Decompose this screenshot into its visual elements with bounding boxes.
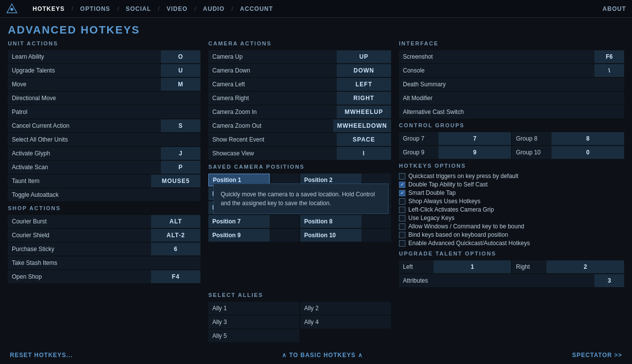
opt-windows-key[interactable]: Allow Windows / Command key to be bound (399, 223, 624, 230)
cam-right[interactable]: Camera Right RIGHT (208, 92, 391, 105)
ally-2[interactable]: Ally 2 (300, 302, 391, 315)
talent-attr-key[interactable]: 3 (594, 274, 624, 287)
hotkey-key[interactable]: O (161, 50, 200, 63)
hotkey-courier-burst[interactable]: Courier Burst ALT (8, 215, 200, 228)
hotkey-key[interactable] (161, 92, 200, 105)
cam-key[interactable]: UP (337, 50, 391, 63)
saved-pos-7-label[interactable]: Position 7 (208, 215, 270, 228)
hotkey-purchase-sticky[interactable]: Purchase Sticky 6 (8, 243, 200, 255)
iface-key[interactable]: F6 (594, 50, 624, 63)
ally-4[interactable]: Ally 4 (300, 316, 391, 328)
nav-options[interactable]: OPTIONS (73, 5, 117, 12)
hotkey-key[interactable]: ALT (151, 215, 200, 228)
ctrl-group-8[interactable]: Group 8 8 (512, 132, 624, 145)
hotkey-key[interactable]: P (161, 161, 200, 174)
iface-key[interactable] (594, 78, 624, 91)
nav-video[interactable]: VIDEO (159, 5, 194, 12)
ally-4-key[interactable] (361, 316, 391, 328)
saved-pos-8[interactable]: Position 8 (300, 215, 391, 228)
opt-advanced-quickcast[interactable]: Enable Advanced Quickcast/Autocast Hotke… (399, 240, 624, 247)
cam-zoom-out[interactable]: Camera Zoom Out MWHEELDOWN (208, 119, 391, 132)
iface-alt-modifier[interactable]: Alt Modifier (399, 92, 624, 105)
hotkey-key[interactable]: J (161, 147, 200, 160)
hotkey-directional-move[interactable]: Directional Move (8, 92, 200, 105)
saved-pos-10-key[interactable] (361, 229, 391, 242)
cam-key[interactable]: I (337, 147, 391, 160)
opt-double-tap-checkbox[interactable] (399, 182, 405, 188)
ctrl-key[interactable]: 7 (438, 132, 511, 145)
cam-key[interactable]: SPACE (337, 133, 391, 146)
hotkey-key[interactable]: 6 (151, 243, 200, 255)
hotkey-patrol[interactable]: Patrol (8, 106, 200, 118)
ally-5[interactable]: Ally 5 (208, 329, 299, 342)
iface-console[interactable]: Console \ (399, 64, 624, 77)
opt-advanced-quickcast-checkbox[interactable] (399, 240, 405, 247)
opt-windows-key-checkbox[interactable] (399, 223, 405, 230)
iface-key[interactable] (594, 106, 624, 118)
saved-pos-8-label[interactable]: Position 8 (300, 215, 361, 228)
iface-alt-cast[interactable]: Alternative Cast Switch (399, 106, 624, 118)
hotkey-key[interactable] (151, 188, 200, 201)
talent-left[interactable]: Left 1 (399, 260, 511, 273)
basic-hotkeys-link[interactable]: ∧ TO BASIC HOTKEYS ∧ (282, 352, 362, 359)
cam-key[interactable]: DOWN (337, 64, 391, 77)
hotkey-toggle-autoattack[interactable]: Toggle Autoattack (8, 188, 200, 201)
iface-key[interactable] (594, 92, 624, 105)
nav-about[interactable]: ABOUT (602, 5, 626, 12)
nav-audio[interactable]: AUDIO (196, 5, 232, 12)
iface-key[interactable]: \ (594, 64, 624, 77)
hotkey-key[interactable]: F4 (151, 270, 200, 283)
hotkey-learn-ability[interactable]: Learn Ability O (8, 50, 200, 63)
cam-key[interactable]: MWHEELUP (337, 106, 391, 118)
cam-showcase[interactable]: Showcase View I (208, 147, 391, 160)
saved-pos-8-key[interactable] (361, 215, 391, 228)
ally-1[interactable]: Ally 1 (208, 302, 299, 315)
hotkey-key[interactable] (161, 133, 200, 146)
cam-recent-event[interactable]: Show Recent Event SPACE (208, 133, 391, 146)
ctrl-group-9[interactable]: Group 9 9 (399, 146, 511, 159)
talent-left-key[interactable]: 1 (434, 260, 511, 273)
saved-pos-9-key[interactable] (270, 229, 299, 242)
hotkey-taunt-item[interactable]: Taunt Item MOUSE5 (8, 175, 200, 187)
talent-attributes[interactable]: Attributes 3 (399, 274, 624, 287)
opt-quickcast[interactable]: Quickcast triggers on key press by defau… (399, 173, 624, 180)
ctrl-key[interactable]: 9 (438, 146, 511, 159)
nav-hotkeys[interactable]: HOTKEYS (26, 5, 72, 12)
cam-left[interactable]: Camera Left LEFT (208, 78, 391, 91)
cam-down[interactable]: Camera Down DOWN (208, 64, 391, 77)
saved-pos-10-label[interactable]: Position 10 (300, 229, 361, 242)
reset-hotkeys-link[interactable]: RESET HOTKEYS... (10, 352, 73, 359)
hotkey-activate-glyph[interactable]: Activate Glyph J (8, 147, 200, 160)
cam-up[interactable]: Camera Up UP (208, 50, 391, 63)
ctrl-key[interactable]: 0 (552, 146, 624, 159)
talent-right[interactable]: Right 2 (512, 260, 624, 273)
nav-account[interactable]: ACCOUNT (233, 5, 280, 12)
opt-shop-hotkeys[interactable]: Shop Always Uses Hotkeys (399, 198, 624, 205)
hotkey-key[interactable] (161, 106, 200, 118)
ally-3-key[interactable] (270, 316, 299, 328)
opt-legacy-checkbox[interactable] (399, 215, 405, 221)
opt-smart-double[interactable]: Smart Double Tap (399, 189, 624, 196)
hotkey-move[interactable]: Move M (8, 78, 200, 91)
hotkey-courier-shield[interactable]: Courier Shield ALT-2 (8, 229, 200, 242)
ctrl-group-7[interactable]: Group 7 7 (399, 132, 511, 145)
opt-bind-position[interactable]: Bind keys based on keyboard position (399, 231, 624, 238)
nav-social[interactable]: SOCIAL (119, 5, 158, 12)
opt-shop-hotkeys-checkbox[interactable] (399, 198, 405, 205)
opt-double-tap[interactable]: Double Tap Ability to Self Cast (399, 181, 624, 188)
cam-key[interactable]: RIGHT (337, 92, 391, 105)
saved-pos-9-label[interactable]: Position 9 (208, 229, 270, 242)
opt-left-click[interactable]: Left-Click Activates Camera Grip (399, 206, 624, 213)
iface-death-summary[interactable]: Death Summary (399, 78, 624, 91)
opt-quickcast-checkbox[interactable] (399, 173, 405, 180)
saved-pos-7-key[interactable] (270, 215, 299, 228)
saved-pos-10[interactable]: Position 10 (300, 229, 391, 242)
cam-key[interactable]: LEFT (337, 78, 391, 91)
iface-screenshot[interactable]: Screenshot F6 (399, 50, 624, 63)
ally-1-key[interactable] (270, 302, 299, 315)
hotkey-key[interactable] (151, 256, 200, 269)
hotkey-activate-scan[interactable]: Activate Scan P (8, 161, 200, 174)
ally-5-key[interactable] (270, 329, 299, 342)
hotkey-open-shop[interactable]: Open Shop F4 (8, 270, 200, 283)
opt-legacy[interactable]: Use Legacy Keys (399, 215, 624, 221)
